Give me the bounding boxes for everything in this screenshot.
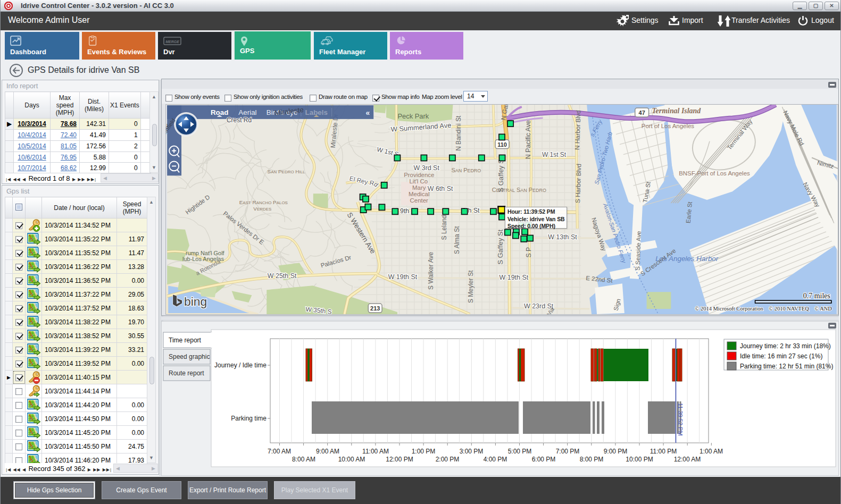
svg-text:9:00 PM: 9:00 PM bbox=[604, 448, 628, 455]
svg-text:BNSF-Port of Los Angeles: BNSF-Port of Los Angeles bbox=[679, 170, 750, 177]
svg-text:4:00 PM: 4:00 PM bbox=[484, 456, 507, 463]
svg-text:W 19th St: W 19th St bbox=[388, 273, 418, 281]
svg-text:S Alma St: S Alma St bbox=[453, 226, 461, 254]
svg-text:N Bandini St: N Bandini St bbox=[455, 115, 462, 151]
svg-text:8:00 AM: 8:00 AM bbox=[292, 456, 315, 463]
svg-text:12:00 PM: 12:00 PM bbox=[386, 456, 413, 463]
svg-text:«: « bbox=[365, 108, 370, 117]
svg-text:1:00 PM: 1:00 PM bbox=[412, 448, 436, 455]
svg-text:Crest Rd: Crest Rd bbox=[227, 116, 252, 124]
svg-text:Aerial: Aerial bbox=[238, 108, 256, 116]
svg-text:S Harbor Blvd: S Harbor Blvd bbox=[574, 164, 583, 204]
svg-text:11:00 AM: 11:00 AM bbox=[362, 448, 389, 455]
svg-text:S Gaffey S: S Gaffey S bbox=[497, 159, 505, 192]
svg-text:W 1st St: W 1st St bbox=[542, 152, 567, 159]
svg-text:Parking time: Parking time bbox=[231, 415, 267, 422]
svg-text:N Harbor Blvd: N Harbor Blvd bbox=[573, 110, 582, 150]
svg-text:7:00 AM: 7:00 AM bbox=[268, 448, 291, 455]
svg-text:W 13th St: W 13th St bbox=[548, 233, 577, 241]
svg-text:S Gaffey St: S Gaffey St bbox=[496, 229, 504, 264]
svg-text:Terminal Island: Terminal Island bbox=[652, 107, 701, 115]
svg-text:Journey / Idle time: Journey / Idle time bbox=[214, 362, 267, 369]
svg-text:Journey time: 2 hr 33 min (18%: Journey time: 2 hr 33 min (18%) bbox=[740, 342, 831, 350]
svg-text:W 19th St: W 19th St bbox=[499, 274, 529, 281]
svg-text:SAN PEDRO HILL: SAN PEDRO HILL bbox=[268, 169, 306, 174]
svg-text:12:00 AM: 12:00 AM bbox=[674, 456, 701, 463]
svg-text:Mary: Mary bbox=[412, 184, 426, 191]
svg-text:Speed graphic: Speed graphic bbox=[169, 353, 210, 360]
svg-text:11:39:52 PM: 11:39:52 PM bbox=[677, 403, 684, 436]
svg-text:10:00 PM: 10:00 PM bbox=[626, 456, 653, 463]
svg-text:47: 47 bbox=[639, 110, 645, 116]
svg-text:Idle time: 16 min 27 sec (1%): Idle time: 16 min 27 sec (1%) bbox=[740, 352, 822, 360]
svg-text:W 3rd St: W 3rd St bbox=[414, 164, 440, 172]
svg-text:MERGE: MERGE bbox=[165, 40, 179, 44]
svg-text:5:00 PM: 5:00 PM bbox=[508, 448, 532, 455]
svg-text:EAST RANCHO PALOS: EAST RANCHO PALOS bbox=[239, 199, 288, 205]
svg-text:lub-Los Angelas: lub-Los Angelas bbox=[182, 256, 224, 263]
svg-text:9:00 AM: 9:00 AM bbox=[316, 448, 339, 455]
svg-text:11:00 PM: 11:00 PM bbox=[650, 448, 677, 455]
svg-text:bing: bing bbox=[184, 295, 207, 308]
svg-text:Peck Park: Peck Park bbox=[397, 112, 429, 120]
svg-text:S P: S P bbox=[525, 247, 532, 258]
svg-text:1:00 AM: 1:00 AM bbox=[700, 448, 723, 455]
svg-text:7:00 PM: 7:00 PM bbox=[556, 448, 580, 455]
svg-text:Parking time: 12 hr 51 min (81: Parking time: 12 hr 51 min (81%) bbox=[740, 363, 833, 370]
svg-text:Center: Center bbox=[410, 197, 429, 204]
svg-text:Medical: Medical bbox=[409, 191, 429, 197]
svg-text:Providence: Providence bbox=[404, 172, 434, 178]
svg-text:S Leland: S Leland bbox=[440, 215, 448, 240]
svg-text:10:00 AM: 10:00 AM bbox=[338, 456, 365, 463]
svg-text:3:00 PM: 3:00 PM bbox=[460, 448, 484, 455]
svg-text:N Pacific Ave: N Pacific Ave bbox=[524, 120, 532, 159]
svg-text:© 2014 Microsoft Corporation: © 2014 Microsoft Corporation © 2010 NAVT… bbox=[695, 306, 832, 312]
svg-text:W 6th St: W 6th St bbox=[428, 185, 453, 192]
svg-text:SAN PEDRO: SAN PEDRO bbox=[451, 167, 481, 173]
svg-text:Lit'l Co: Lit'l Co bbox=[409, 178, 428, 184]
svg-text:110: 110 bbox=[497, 141, 507, 148]
svg-text:0.7 miles: 0.7 miles bbox=[803, 292, 830, 300]
svg-text:Time report: Time report bbox=[169, 337, 202, 344]
svg-text:rump Nat'l Golf: rump Nat'l Golf bbox=[186, 250, 225, 256]
svg-text:VERDES: VERDES bbox=[253, 206, 271, 212]
svg-text:213: 213 bbox=[370, 305, 380, 312]
svg-text:S Meyler St: S Meyler St bbox=[467, 270, 474, 303]
svg-text:W 25th St: W 25th St bbox=[268, 272, 297, 280]
svg-text:Port of Los Angeles: Port of Los Angeles bbox=[642, 123, 694, 129]
svg-text:8:00 PM: 8:00 PM bbox=[580, 456, 604, 463]
svg-text:S Walker Ave: S Walker Ave bbox=[427, 252, 435, 290]
svg-text:6:00 PM: 6:00 PM bbox=[532, 456, 556, 463]
svg-text:Route report: Route report bbox=[169, 369, 204, 377]
svg-text:2:00 PM: 2:00 PM bbox=[436, 456, 460, 463]
